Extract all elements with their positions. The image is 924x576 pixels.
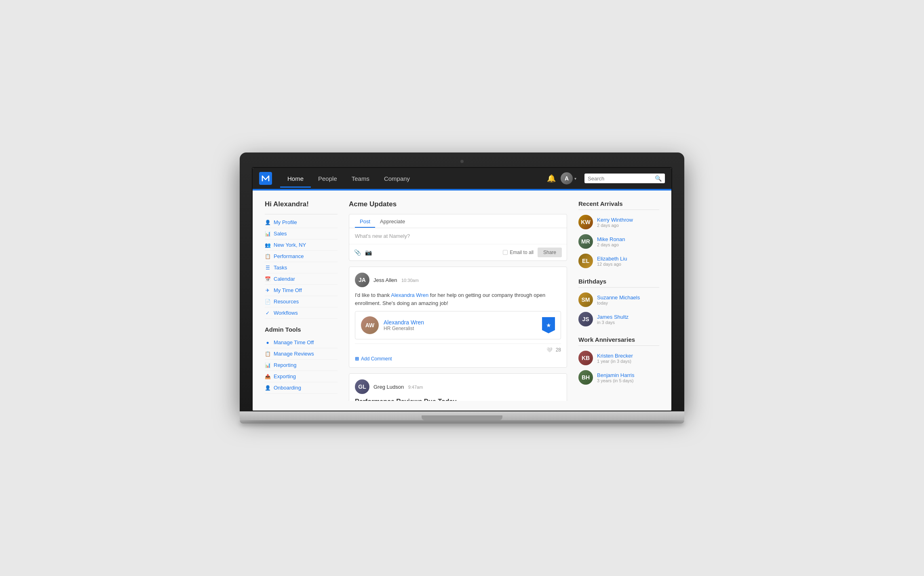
recent-arrivals-title: Recent Arrivals	[578, 200, 659, 210]
person-benjamin-info: Benjamin Harris 3 years (in 5 days)	[597, 372, 659, 383]
appreciation-role: HR Generalist	[384, 326, 537, 331]
birthdays-section: Birthdays SM Suzanne Michaels today	[578, 278, 659, 329]
avatar-kristen: KB	[578, 351, 593, 365]
post-time-1: 10:30am	[401, 278, 419, 283]
post-mention-link[interactable]: Alexandra Wren	[391, 292, 428, 298]
location-icon: 👥	[265, 242, 270, 248]
person-mike-name[interactable]: Mike Ronan	[597, 236, 659, 242]
nav-link-home[interactable]: Home	[280, 169, 311, 188]
avatar-mike: MR	[578, 234, 593, 249]
sidebar-item-my-profile[interactable]: 👤 My Profile	[265, 217, 338, 228]
laptop-camera	[460, 160, 464, 163]
search-input[interactable]	[588, 176, 652, 182]
sidebar-item-label: Performance	[274, 253, 304, 259]
sidebar-item-label: New York, NY	[274, 242, 306, 248]
sidebar-item-label: Manage Time Off	[274, 339, 314, 345]
appreciation-name: Alexandra Wren	[384, 319, 537, 326]
my-profile-icon: 👤	[265, 220, 270, 225]
sidebar-item-label: My Time Off	[274, 287, 302, 293]
avatar-elizabeth: EL	[578, 254, 593, 268]
sidebar-item-resources[interactable]: 📄 Resources	[265, 296, 338, 307]
search-bar: 🔍	[584, 174, 665, 183]
post-time-2: 9:47am	[408, 385, 423, 390]
email-to-all-checkbox[interactable]	[503, 250, 508, 255]
sidebar-item-label: My Profile	[274, 219, 297, 225]
person-james-name[interactable]: James Shultz	[597, 314, 659, 320]
sidebar-item-label: Reporting	[274, 362, 296, 368]
post-author-avatar-2: GL	[355, 379, 369, 394]
person-elizabeth-info: Elizabeth Liu 12 days ago	[597, 256, 659, 267]
search-icon: 🔍	[655, 175, 662, 182]
sidebar-item-label: Tasks	[274, 265, 287, 271]
feed: Acme Updates Post Appreciate What's new …	[349, 200, 567, 401]
laptop-bottom	[240, 420, 684, 424]
like-count-1: 28	[556, 347, 561, 353]
post-footer-1: 🤍 28	[355, 343, 561, 353]
sidebar-item-manage-time-off[interactable]: ● Manage Time Off	[265, 337, 338, 348]
feed-post-2: GL Greg Ludson 9:47am Performance Review…	[349, 373, 567, 401]
sidebar-item-new-york[interactable]: 👥 New York, NY	[265, 239, 338, 251]
person-suzanne-name[interactable]: Suzanne Michaels	[597, 294, 659, 301]
user-avatar-wrapper[interactable]: A ▾	[561, 172, 576, 184]
nav-link-teams[interactable]: Teams	[344, 169, 377, 188]
sidebar-item-label: Resources	[274, 299, 299, 305]
person-suzanne-info: Suzanne Michaels today	[597, 294, 659, 305]
photo-icon[interactable]: 📷	[365, 249, 372, 256]
sales-icon: 📊	[265, 231, 270, 237]
tab-appreciate[interactable]: Appreciate	[375, 214, 410, 228]
person-elizabeth-name[interactable]: Elizabeth Liu	[597, 256, 659, 262]
sidebar-item-exporting[interactable]: 📤 Exporting	[265, 371, 338, 382]
birthdays-title: Birthdays	[578, 278, 659, 288]
admin-tools-title: Admin Tools	[265, 326, 338, 333]
feed-post-1: JA Jess Allen 10:30am I'd like to thank …	[349, 267, 567, 368]
sidebar-item-onboarding[interactable]: 👤 Onboarding	[265, 382, 338, 394]
avatar-suzanne: SM	[578, 292, 593, 307]
person-benjamin-name[interactable]: Benjamin Harris	[597, 372, 659, 378]
sidebar-item-time-off[interactable]: ✈ My Time Off	[265, 285, 338, 296]
nav-link-company[interactable]: Company	[377, 169, 417, 188]
post-title-2: Performance Reviews Due Today	[355, 398, 561, 401]
post-composer: Post Appreciate What's new at Namely? 📎 …	[349, 214, 567, 261]
post-author-2: Greg Ludson	[373, 384, 404, 390]
person-mike: MR Mike Ronan 2 days ago	[578, 232, 659, 251]
person-kristen-name[interactable]: Kristen Brecker	[597, 353, 659, 359]
main-content: Hi Alexandra! 👤 My Profile 📊 Sales 👥	[253, 191, 671, 411]
person-kristen-info: Kristen Brecker 1 year (in 3 days)	[597, 353, 659, 364]
user-avatar: A	[561, 172, 573, 184]
sidebar-item-label: Exporting	[274, 373, 296, 379]
sidebar-item-workflows[interactable]: ✓ Workflows	[265, 307, 338, 319]
heart-icon: 🤍	[546, 347, 553, 353]
sidebar-item-sales[interactable]: 📊 Sales	[265, 228, 338, 239]
sidebar-item-calendar[interactable]: 📅 Calendar	[265, 273, 338, 285]
share-button[interactable]: Share	[538, 248, 562, 257]
sidebar-item-reporting[interactable]: 📊 Reporting	[265, 360, 338, 371]
attachment-icon[interactable]: 📎	[354, 249, 361, 256]
person-suzanne-sub: today	[597, 301, 659, 305]
performance-icon: 📋	[265, 254, 270, 259]
sidebar-item-manage-reviews[interactable]: 📋 Manage Reviews	[265, 348, 338, 360]
person-kerry-name[interactable]: Kerry Winthrow	[597, 217, 659, 223]
person-suzanne: SM Suzanne Michaels today	[578, 290, 659, 309]
email-to-all-label: Email to all	[503, 250, 534, 255]
post-input-placeholder[interactable]: What's new at Namely?	[349, 228, 567, 244]
app: Home People Teams Company 🔔 A ▾	[253, 168, 671, 411]
add-comment-btn-1[interactable]: ⊞ Add Comment	[355, 353, 561, 362]
sidebar-item-performance[interactable]: 📋 Performance	[265, 251, 338, 262]
svg-rect-0	[259, 172, 272, 185]
right-panel: Recent Arrivals KW Kerry Winthrow 2 days…	[578, 200, 659, 401]
sidebar-item-label: Manage Reviews	[274, 351, 314, 357]
sidebar-item-tasks[interactable]: ☰ Tasks	[265, 262, 338, 273]
bell-icon[interactable]: 🔔	[547, 174, 556, 183]
feed-title: Acme Updates	[349, 200, 567, 208]
post-meta-1: Jess Allen 10:30am	[373, 276, 561, 284]
nav-right: 🔔 A ▾ 🔍	[547, 172, 665, 184]
avatar-kerry: KW	[578, 215, 593, 229]
person-kerry-sub: 2 days ago	[597, 223, 659, 228]
work-anniversaries-title: Work Anniversaries	[578, 336, 659, 346]
sidebar-greeting: Hi Alexandra!	[265, 200, 338, 208]
tab-post[interactable]: Post	[355, 214, 375, 228]
nav-links: Home People Teams Company	[280, 169, 547, 188]
nav-link-people[interactable]: People	[311, 169, 344, 188]
post-author-1: Jess Allen	[373, 277, 397, 283]
laptop-body: Home People Teams Company 🔔 A ▾	[240, 152, 684, 411]
